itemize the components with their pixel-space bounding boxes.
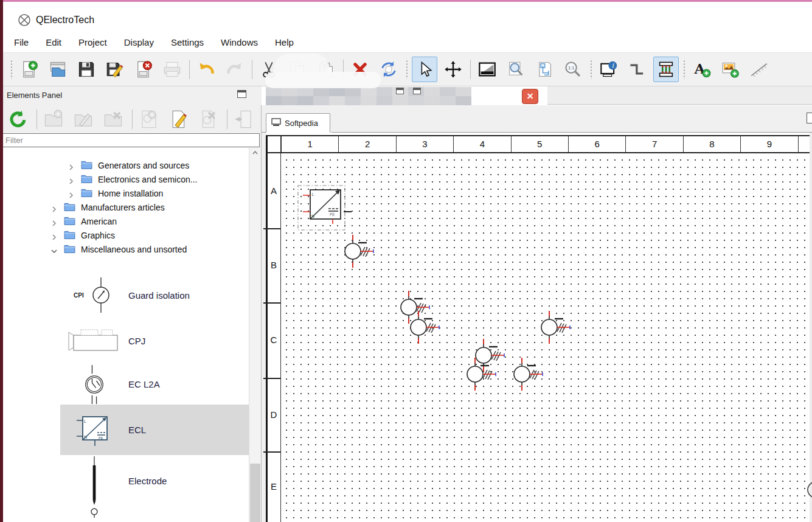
zoom-1-1-icon: 1:1: [564, 60, 582, 78]
close-file-button[interactable]: [131, 57, 156, 82]
toolbar-handle[interactable]: [590, 60, 592, 79]
zoom-1-1-button[interactable]: 1:1: [560, 57, 586, 82]
element-item-cpj[interactable]: CPJ: [60, 318, 249, 364]
svg-text:L: L: [84, 419, 86, 423]
print-button[interactable]: [159, 57, 185, 82]
chevron-right-icon[interactable]: [68, 176, 74, 183]
elements-panel: Generators and sourcesElectronics and se…: [0, 105, 262, 522]
scrollbar-thumb[interactable]: [250, 464, 260, 522]
window-restore-icon[interactable]: [396, 88, 404, 94]
zoom-fit-button[interactable]: [503, 57, 529, 82]
isolation-circle[interactable]: [452, 351, 498, 400]
toolbar-handle[interactable]: [406, 60, 408, 79]
add-line-button[interactable]: [746, 57, 772, 82]
save-as-button[interactable]: [102, 57, 128, 82]
add-image-button[interactable]: [718, 57, 743, 82]
tree-folder-manufacturers-articles[interactable]: Manufacturers articles: [1, 200, 249, 214]
menu-item-help[interactable]: Help: [275, 37, 294, 47]
element-item-ecl[interactable]: LNPEECL: [60, 405, 249, 455]
element-item-electrode[interactable]: Electrode: [60, 455, 249, 506]
subwindow-close-button[interactable]: ✕: [522, 89, 538, 104]
edit-category-button[interactable]: [71, 106, 96, 132]
menu-item-file[interactable]: File: [14, 37, 29, 47]
window-left-border: [0, 0, 3, 522]
isolation-circle[interactable]: [330, 228, 376, 277]
chevron-right-icon[interactable]: [51, 204, 57, 211]
delete-element-button[interactable]: [196, 106, 221, 132]
element-label: CPJ: [128, 336, 145, 346]
row-boundary-tick: [263, 228, 281, 229]
chevron-right-icon[interactable]: [51, 218, 57, 224]
toolbar-separator: [470, 60, 471, 79]
diagram-properties-button[interactable]: i: [596, 57, 622, 82]
undo-button[interactable]: [193, 57, 219, 82]
new-category-button[interactable]: [41, 106, 66, 132]
add-column-button[interactable]: [653, 57, 679, 82]
element-item-partial-next[interactable]: [60, 506, 249, 518]
tree-folder-electronics-and-semicon[interactable]: Electronics and semicon...: [1, 172, 249, 186]
delete-category-button[interactable]: [100, 106, 126, 132]
menu-item-windows[interactable]: Windows: [221, 37, 258, 47]
dock-float-button[interactable]: [237, 90, 246, 98]
toggle-colors-icon: [478, 60, 496, 78]
tree-folder-american[interactable]: American: [1, 214, 249, 228]
new-project-button[interactable]: [16, 57, 42, 82]
menu-item-edit[interactable]: Edit: [46, 37, 61, 47]
toggle-colors-button[interactable]: [474, 57, 500, 82]
pan-mode-button[interactable]: [440, 57, 466, 82]
isolation-circle[interactable]: [526, 304, 572, 353]
ec-l2a-icon: [60, 365, 128, 404]
redo-button[interactable]: [222, 57, 248, 82]
select-mode-button[interactable]: [412, 57, 437, 82]
element-item-ec-l2a[interactable]: EC L2A: [60, 364, 249, 405]
svg-text:CPI: CPI: [74, 292, 84, 299]
menu-item-settings[interactable]: Settings: [171, 37, 204, 47]
tree-folder-miscellaneous-and-unsorted[interactable]: Miscellaneous and unsorted: [1, 242, 249, 256]
row-boundary-tick: [263, 451, 281, 453]
add-conductor-button[interactable]: [625, 57, 650, 82]
element-item-guard-isolation[interactable]: CPIGuard isolation: [60, 272, 249, 318]
select-mode-icon: [415, 60, 434, 78]
tree-folder-graphics[interactable]: Graphics: [1, 228, 249, 242]
add-text-button[interactable]: A: [689, 57, 715, 82]
svg-text:PE: PE: [99, 436, 103, 440]
chevron-right-icon[interactable]: [68, 162, 74, 169]
window-menu-icon[interactable]: [413, 88, 421, 94]
diagram-properties-icon: i: [600, 60, 618, 78]
chevron-right-icon[interactable]: [68, 190, 74, 197]
diagram-canvas[interactable]: 123456789ABCDELNPE: [262, 133, 812, 522]
zoom-content-button[interactable]: [532, 57, 557, 82]
isolation-circle[interactable]: [499, 351, 545, 400]
chevron-down-icon[interactable]: [51, 246, 57, 252]
menu-item-project[interactable]: Project: [78, 37, 107, 47]
new-element-button[interactable]: [136, 106, 162, 132]
filter-input[interactable]: [1, 133, 260, 147]
reload-collections-button[interactable]: [5, 106, 31, 132]
partial-circle[interactable]: [805, 479, 812, 503]
save-icon: [77, 60, 95, 78]
isolation-circle[interactable]: [395, 304, 442, 353]
elements-panel-titlebar: Elements Panel: [3, 86, 262, 105]
tab-softpedia[interactable]: Softpedia: [266, 113, 330, 133]
toolbar-handle[interactable]: [683, 60, 685, 79]
tree-folder-home-installation[interactable]: Home installation: [1, 186, 249, 200]
element-label: ECL: [128, 425, 146, 435]
edit-element-button[interactable]: [166, 106, 192, 132]
scrollbar-up-arrow[interactable]: [249, 148, 261, 158]
tree-folder-generators-and-sources[interactable]: Generators and sources: [1, 158, 249, 172]
grid-column-header: 6: [568, 136, 625, 152]
folder-icon: [64, 202, 75, 213]
menu-item-display[interactable]: Display: [124, 37, 154, 47]
save-button[interactable]: [74, 57, 99, 82]
elements-tree: Generators and sourcesElectronics and se…: [1, 148, 249, 522]
add-column-icon: [657, 60, 675, 78]
import-element-button[interactable]: [231, 106, 257, 132]
window-top-border: [0, 0, 812, 2]
toolbar-handle[interactable]: [10, 60, 13, 79]
chevron-right-icon[interactable]: [51, 232, 57, 238]
open-project-button[interactable]: [45, 57, 71, 82]
tabbar-corner-icon[interactable]: [807, 113, 812, 124]
cpi-meter-icon: CPI: [60, 276, 128, 314]
import-element-icon: [234, 110, 254, 129]
tree-scrollbar[interactable]: [249, 148, 261, 522]
